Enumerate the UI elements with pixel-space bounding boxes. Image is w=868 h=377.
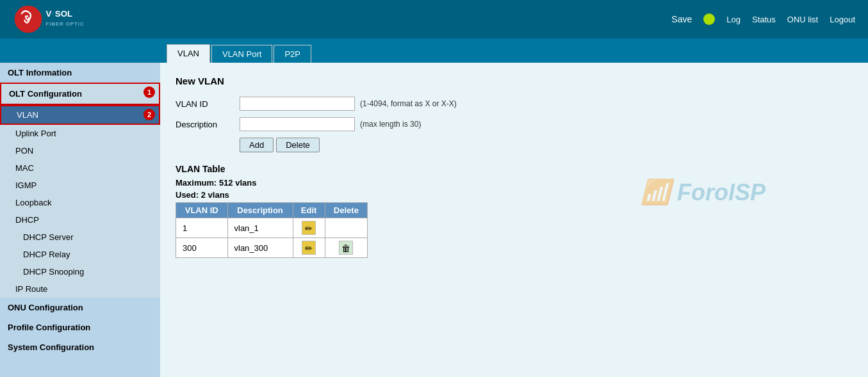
vlan-id-label: VLAN ID (176, 99, 240, 109)
cell-description: vlan_300 (227, 238, 293, 258)
sidebar: OLT Information OLT Configuration 1 VLAN… (0, 63, 160, 377)
cell-vlan-id: 1 (176, 218, 228, 238)
save-button[interactable]: Save (671, 14, 692, 24)
cell-description: vlan_1 (227, 218, 293, 238)
sidebar-item-ip-route[interactable]: IP Route (0, 280, 160, 298)
description-input[interactable] (240, 117, 355, 131)
sidebar-item-olt-configuration[interactable]: OLT Configuration 1 (0, 83, 160, 105)
sidebar-item-uplink-port[interactable]: Uplink Port (0, 125, 160, 142)
svg-point-0 (15, 6, 42, 33)
description-row: Description (max length is 30) (176, 117, 853, 131)
svg-text:FIBER OPTIC: FIBER OPTIC (46, 21, 85, 27)
svg-text:SOL: SOL (55, 9, 72, 19)
delete-row-icon[interactable]: 🗑 (339, 241, 353, 255)
sidebar-item-olt-information[interactable]: OLT Information (0, 63, 160, 83)
max-vlans: Maximum: 512 vlans (176, 178, 853, 188)
sidebar-item-dhcp[interactable]: DHCP (0, 211, 160, 229)
edit-icon[interactable]: ✏ (302, 241, 316, 255)
col-edit: Edit (293, 203, 325, 218)
status-indicator (703, 13, 715, 25)
header-right: Save Log Status ONU list Logout (671, 13, 855, 25)
tabbar: VLAN VLAN Port P2P (0, 38, 868, 63)
vlan-id-row: VLAN ID (1-4094, format as X or X-X) (176, 97, 853, 111)
main-content: New VLAN VLAN ID (1-4094, format as X or… (160, 63, 868, 377)
vsol-logo: V · SOL FIBER OPTIC (13, 3, 115, 35)
logo-area: V · SOL FIBER OPTIC (13, 3, 115, 35)
layout: OLT Information OLT Configuration 1 VLAN… (0, 63, 868, 377)
new-vlan-title: New VLAN (176, 76, 853, 86)
cell-delete: 🗑 (325, 238, 367, 258)
sidebar-item-dhcp-server[interactable]: DHCP Server (0, 229, 160, 246)
col-delete: Delete (325, 203, 367, 218)
cell-edit: ✏ (293, 218, 325, 238)
sidebar-item-dhcp-relay[interactable]: DHCP Relay (0, 246, 160, 263)
table-row: 1vlan_1✏ (176, 218, 368, 238)
tab-p2p[interactable]: P2P (274, 45, 311, 63)
onu-list-link[interactable]: ONU list (787, 15, 818, 24)
olt-config-badge: 1 (143, 86, 155, 98)
sidebar-item-system-configuration[interactable]: System Configuration (0, 337, 160, 357)
vlan-table-title: VLAN Table (176, 164, 853, 174)
sidebar-item-loopback[interactable]: Loopback (0, 194, 160, 211)
vlan-id-hint: (1-4094, format as X or X-X) (360, 99, 457, 108)
vlan-table: VLAN ID Description Edit Delete 1vlan_1✏… (176, 202, 368, 258)
tab-vlan-port[interactable]: VLAN Port (211, 45, 272, 63)
status-link[interactable]: Status (752, 15, 776, 24)
sidebar-item-pon[interactable]: PON (0, 142, 160, 159)
edit-icon[interactable]: ✏ (302, 221, 316, 235)
sidebar-item-igmp[interactable]: IGMP (0, 177, 160, 194)
svg-text:V: V (46, 9, 52, 19)
col-description: Description (227, 203, 293, 218)
header: V · SOL FIBER OPTIC Save Log Status ONU … (0, 0, 868, 38)
log-link[interactable]: Log (726, 15, 741, 24)
cell-vlan-id: 300 (176, 238, 228, 258)
svg-text:·: · (52, 10, 53, 17)
table-row: 300vlan_300✏🗑 (176, 238, 368, 258)
vlan-id-input[interactable] (240, 97, 355, 111)
cell-edit: ✏ (293, 238, 325, 258)
action-buttons: Add Delete (240, 138, 853, 152)
logout-link[interactable]: Logout (830, 15, 855, 24)
used-vlans: Used: 2 vlans (176, 190, 853, 200)
cell-delete (325, 218, 367, 238)
description-hint: (max length is 30) (360, 120, 421, 129)
description-label: Description (176, 120, 240, 129)
vlan-badge: 2 (143, 109, 155, 120)
sidebar-item-dhcp-snooping[interactable]: DHCP Snooping (0, 263, 160, 280)
sidebar-item-mac[interactable]: MAC (0, 159, 160, 177)
sidebar-item-vlan[interactable]: VLAN 2 (0, 105, 160, 125)
col-vlan-id: VLAN ID (176, 203, 228, 218)
sidebar-item-profile-configuration[interactable]: Profile Configuration (0, 317, 160, 337)
delete-button[interactable]: Delete (276, 138, 320, 152)
sidebar-item-onu-configuration[interactable]: ONU Configuration (0, 298, 160, 317)
tab-vlan[interactable]: VLAN (167, 44, 210, 63)
add-button[interactable]: Add (240, 138, 274, 152)
